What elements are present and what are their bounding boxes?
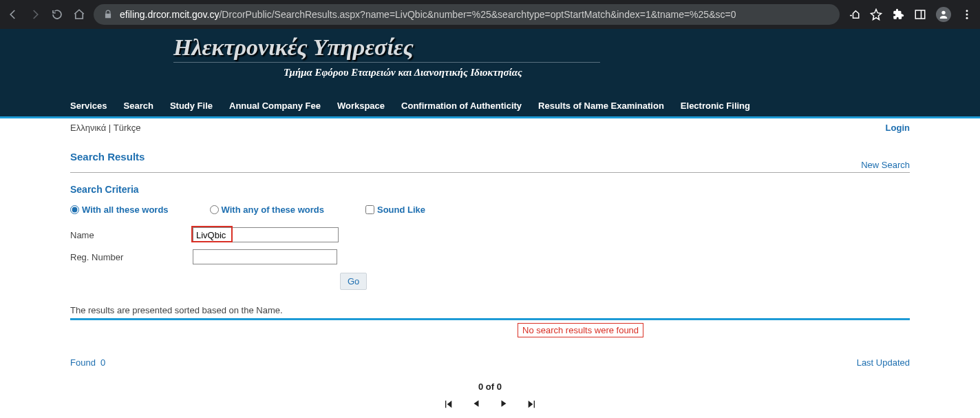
- reg-label: Reg. Number: [70, 252, 193, 262]
- opt-sound-like[interactable]: Sound Like: [365, 205, 425, 215]
- bookmark-star-icon[interactable]: [870, 8, 882, 21]
- name-field-wrap: [193, 227, 339, 242]
- toolbar-right: [848, 7, 973, 22]
- name-label: Name: [70, 230, 193, 240]
- criteria-options: With all these words With any of these w…: [70, 205, 910, 215]
- reload-button[interactable]: [51, 8, 63, 21]
- url-path: /DrcorPublic/SearchResults.aspx?name=Liv…: [219, 9, 736, 20]
- reg-number-input[interactable]: [193, 249, 337, 264]
- svg-point-2: [941, 11, 945, 14]
- divider: [70, 172, 910, 173]
- nav-annual-fee[interactable]: Annual Company Fee: [229, 101, 321, 111]
- svg-point-4: [966, 14, 968, 16]
- content: Ελληνικά | Türkçe Login Search Results N…: [22, 118, 958, 418]
- nav-authenticity[interactable]: Confirmation of Authenticity: [401, 101, 522, 111]
- pager-last-icon[interactable]: [526, 399, 537, 410]
- found-label: Found: [70, 357, 96, 368]
- nav-efiling[interactable]: Electronic Filing: [681, 101, 750, 111]
- site-title: Ηλεκτρονικές Υπηρεσίες: [173, 34, 958, 61]
- panel-icon[interactable]: [914, 8, 926, 21]
- profile-avatar[interactable]: [936, 7, 951, 22]
- url-text: efiling.drcor.mcit.gov.cy/DrcorPublic/Se…: [120, 9, 736, 20]
- main-nav: Services Search Study File Annual Compan…: [0, 95, 980, 116]
- lang-tr[interactable]: Türkçe: [114, 123, 141, 133]
- opt-any-label: With any of these words: [222, 205, 324, 215]
- nav-name-exam[interactable]: Results of Name Examination: [538, 101, 664, 111]
- pager-prev-icon[interactable]: [471, 399, 481, 410]
- nav-workspace[interactable]: Workspace: [337, 101, 385, 111]
- svg-point-3: [966, 10, 968, 12]
- svg-point-5: [966, 17, 968, 19]
- new-search-link[interactable]: New Search: [861, 160, 910, 170]
- opt-sound-checkbox[interactable]: [365, 205, 374, 214]
- name-input[interactable]: [193, 227, 339, 242]
- no-results-message: No search results were found: [518, 323, 643, 337]
- language-switch: Ελληνικά | Türkçe: [70, 123, 910, 133]
- site-header: Ηλεκτρονικές Υπηρεσίες Τμήμα Εφόρου Εται…: [0, 29, 980, 95]
- go-button[interactable]: Go: [340, 273, 367, 290]
- found-text: Found 0: [70, 357, 105, 368]
- found-count: 0: [100, 357, 105, 368]
- pager-position: 0 of 0: [70, 382, 910, 392]
- pager-next-icon[interactable]: [499, 399, 509, 410]
- pager: 0 of 0: [70, 382, 910, 410]
- opt-all-label: With all these words: [82, 205, 169, 215]
- lang-el[interactable]: Ελληνικά: [70, 123, 106, 133]
- pager-controls: [70, 399, 910, 410]
- page-title: Search Results: [70, 151, 910, 163]
- svg-rect-0: [915, 10, 925, 19]
- nav-services[interactable]: Services: [70, 101, 107, 111]
- reg-row: Reg. Number: [70, 249, 910, 264]
- back-button[interactable]: [7, 8, 19, 21]
- site-subtitle: Τμήμα Εφόρου Εταιρειών και Διανοητικής Ι…: [173, 65, 958, 79]
- pager-first-icon[interactable]: [443, 399, 454, 410]
- results-note: The results are presented sorted based o…: [70, 305, 910, 315]
- forward-button[interactable]: [29, 8, 41, 21]
- home-button[interactable]: [73, 8, 85, 21]
- opt-sound-label: Sound Like: [377, 205, 425, 215]
- browser-toolbar: efiling.drcor.mcit.gov.cy/DrcorPublic/Se…: [0, 0, 980, 29]
- criteria-title: Search Criteria: [70, 184, 910, 195]
- share-icon[interactable]: [848, 8, 860, 21]
- opt-all-words[interactable]: With all these words: [70, 205, 169, 215]
- opt-any-radio[interactable]: [210, 205, 219, 214]
- url-host: efiling.drcor.mcit.gov.cy: [120, 9, 219, 20]
- nav-buttons: [7, 8, 85, 21]
- found-row: Found 0 Last Updated: [70, 357, 910, 368]
- name-row: Name: [70, 227, 910, 242]
- opt-any-words[interactable]: With any of these words: [210, 205, 324, 215]
- lock-icon: [103, 10, 113, 19]
- login-link[interactable]: Login: [886, 123, 910, 133]
- nav-search[interactable]: Search: [124, 101, 153, 111]
- last-updated-link[interactable]: Last Updated: [857, 357, 910, 368]
- header-rule: [173, 62, 600, 63]
- nav-study-file[interactable]: Study File: [170, 101, 213, 111]
- address-bar[interactable]: efiling.drcor.mcit.gov.cy/DrcorPublic/Se…: [94, 4, 840, 25]
- lang-sep: |: [106, 123, 114, 133]
- opt-all-radio[interactable]: [70, 205, 79, 214]
- extensions-icon[interactable]: [892, 8, 904, 21]
- menu-dots-icon[interactable]: [961, 8, 973, 21]
